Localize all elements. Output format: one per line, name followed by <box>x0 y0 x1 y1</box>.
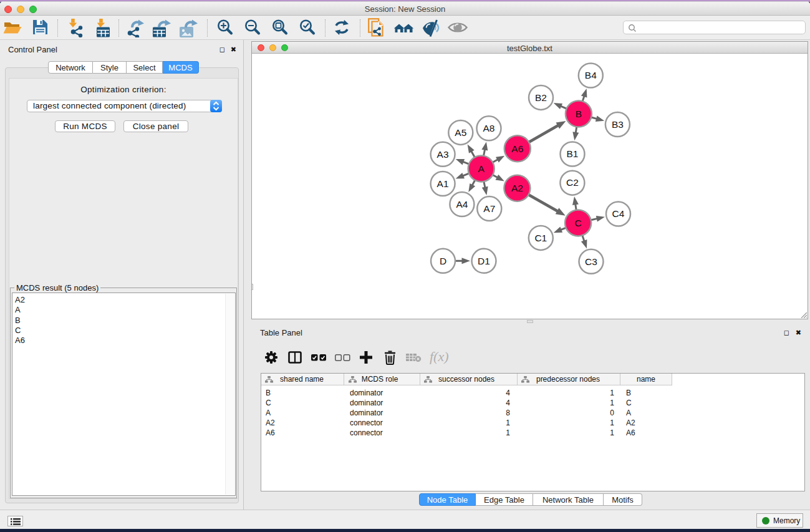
svg-text:B2: B2 <box>535 92 547 103</box>
svg-text:B4: B4 <box>585 70 597 80</box>
svg-text:B3: B3 <box>612 119 624 130</box>
svg-text:A5: A5 <box>455 127 466 138</box>
svg-text:D1: D1 <box>478 256 490 266</box>
svg-text:A3: A3 <box>437 149 449 160</box>
svg-text:B1: B1 <box>567 148 579 159</box>
svg-text:C: C <box>574 218 581 228</box>
svg-text:A1: A1 <box>437 178 449 189</box>
svg-text:A: A <box>478 163 485 174</box>
svg-text:A2: A2 <box>511 183 523 193</box>
svg-text:A6: A6 <box>511 143 523 154</box>
svg-text:D: D <box>440 256 446 266</box>
svg-text:A7: A7 <box>483 203 495 214</box>
svg-text:A8: A8 <box>483 123 495 133</box>
svg-text:C2: C2 <box>566 177 579 188</box>
svg-text:B: B <box>576 109 582 119</box>
svg-text:C4: C4 <box>612 208 625 219</box>
svg-text:A4: A4 <box>456 199 468 210</box>
svg-text:C3: C3 <box>585 256 597 267</box>
svg-text:C1: C1 <box>534 233 547 243</box>
